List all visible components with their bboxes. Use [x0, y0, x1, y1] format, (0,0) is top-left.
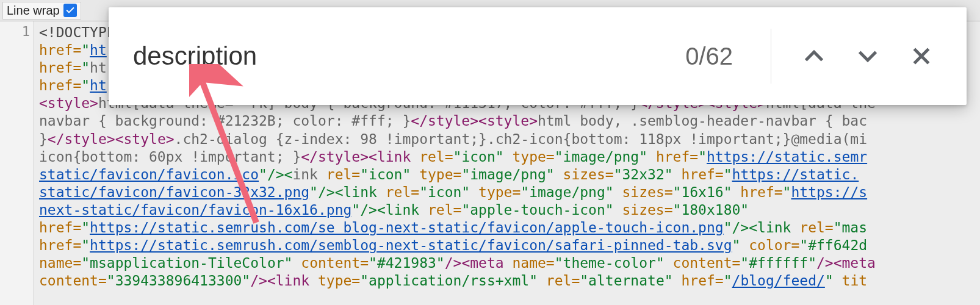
code-token: href=	[647, 149, 698, 165]
code-token: content=	[39, 273, 107, 289]
code-token: "mas	[834, 220, 867, 235]
code-token: href=	[673, 273, 724, 289]
find-prev-button[interactable]	[794, 37, 834, 76]
code-token: "	[724, 273, 732, 289]
line-number: 1	[0, 24, 30, 39]
code-token: rel=	[386, 184, 419, 200]
code-token: "#ffffff"	[740, 255, 816, 271]
code-link[interactable]: ht	[90, 42, 107, 58]
code-token: type=	[411, 167, 461, 182]
code-token: href=	[39, 60, 81, 76]
code-token: "	[81, 220, 90, 235]
code-token: "icon"	[360, 167, 411, 182]
code-token: "#421983"	[369, 255, 445, 271]
code-token: navbar { background: #21232B; color: #ff…	[39, 113, 411, 129]
code-token: href=	[39, 77, 81, 93]
code-token: <style>	[478, 113, 538, 129]
find-input[interactable]	[132, 41, 673, 71]
code-token: "	[81, 237, 90, 253]
code-token: sizes=	[614, 202, 673, 218]
code-token: ht	[90, 60, 107, 76]
code-token: <style>	[115, 131, 175, 147]
code-link[interactable]: static/favicon/favicon-32x32.png	[39, 184, 309, 200]
code-token: }	[39, 131, 48, 147]
code-token: icon{bottom: 60px !important; }	[39, 149, 301, 165]
linewrap-control[interactable]: Line wrap	[2, 2, 81, 20]
code-token: href=	[39, 42, 81, 58]
code-token: "	[732, 237, 741, 253]
code-link[interactable]: https://static.semr	[707, 149, 867, 165]
code-token: "icon"	[419, 184, 470, 200]
code-token: "apple-touch-icon"	[461, 202, 613, 218]
code-token: color=	[740, 237, 799, 253]
code-token: "/><link	[351, 202, 428, 218]
code-token: "	[81, 42, 90, 58]
find-result-count: 0/62	[673, 43, 755, 70]
code-link[interactable]: https://static.semrush.com/se blog-next-…	[90, 220, 724, 235]
code-token: "/><link	[309, 184, 386, 200]
code-token: href=	[39, 237, 81, 253]
code-link[interactable]: ht	[90, 77, 107, 93]
code-token: sizes=	[555, 167, 614, 182]
code-token: "#ff642d	[799, 237, 867, 253]
code-token: "icon"	[453, 149, 504, 165]
code-token: "alternate"	[580, 273, 672, 289]
code-token: content=	[292, 255, 369, 271]
code-token: rel=	[326, 167, 360, 182]
code-token: tit	[834, 273, 867, 289]
code-token: type=	[470, 184, 521, 200]
code-token: <link	[369, 149, 419, 165]
code-token: "32x32"	[614, 167, 673, 182]
code-token: "	[783, 184, 791, 200]
code-token: "	[81, 60, 90, 76]
code-token: "	[698, 149, 707, 165]
code-token: href=	[39, 220, 81, 235]
code-token: </style>	[301, 149, 369, 165]
code-token: type=	[504, 149, 555, 165]
code-link[interactable]: static/favicon/favicon.ico	[39, 167, 259, 182]
code-token: "180x180"	[673, 202, 749, 218]
linewrap-label-text: Line wrap	[7, 4, 60, 18]
find-close-button[interactable]	[902, 37, 941, 76]
code-link[interactable]: next-static/favicon/favicon-16x16.png	[39, 202, 351, 218]
code-token: name=	[39, 255, 81, 271]
code-token: content=	[665, 255, 741, 271]
code-token: "msapplication-TileColor"	[81, 255, 292, 271]
code-token: ink	[292, 167, 326, 182]
code-token: "/><link	[724, 220, 800, 235]
code-token: "image/png"	[555, 149, 647, 165]
code-link[interactable]: https://static.semrush.com/semblog-next-…	[90, 237, 732, 253]
code-token: "image/png"	[461, 167, 554, 182]
find-next-button[interactable]	[848, 37, 887, 76]
code-token: rel=	[538, 273, 580, 289]
code-token: /><meta	[816, 255, 876, 271]
code-token: rel=	[428, 202, 461, 218]
code-token: "application/rss+xml"	[360, 273, 538, 289]
code-link[interactable]: https://s	[791, 184, 867, 200]
code-token: rel=	[799, 220, 833, 235]
code-token: "theme-color"	[555, 255, 665, 271]
code-token: href=	[732, 184, 783, 200]
code-token: <style>	[39, 95, 98, 111]
code-link[interactable]: https://static.	[732, 167, 859, 182]
code-token: "	[81, 77, 90, 93]
code-token: </style>	[48, 131, 115, 147]
code-token: "image/png"	[521, 184, 613, 200]
chevron-up-icon	[802, 44, 826, 68]
code-token: "	[724, 167, 732, 182]
code-token: "/><	[259, 167, 292, 182]
close-icon	[909, 44, 934, 68]
find-bar: 0/62	[109, 7, 967, 105]
code-link[interactable]: /blog/feed/	[732, 273, 825, 289]
line-number-gutter: 1	[0, 21, 34, 305]
code-token: /><meta	[445, 255, 513, 271]
code-token: type=	[318, 273, 360, 289]
code-token: /><link	[250, 273, 318, 289]
linewrap-checkbox[interactable]	[63, 4, 77, 17]
code-token: name=	[512, 255, 554, 271]
code-token: "339433896413300"	[107, 273, 250, 289]
check-icon	[65, 5, 75, 15]
code-token: "	[825, 273, 834, 289]
code-token: "16x16"	[673, 184, 732, 200]
code-token: </style>	[411, 113, 478, 129]
